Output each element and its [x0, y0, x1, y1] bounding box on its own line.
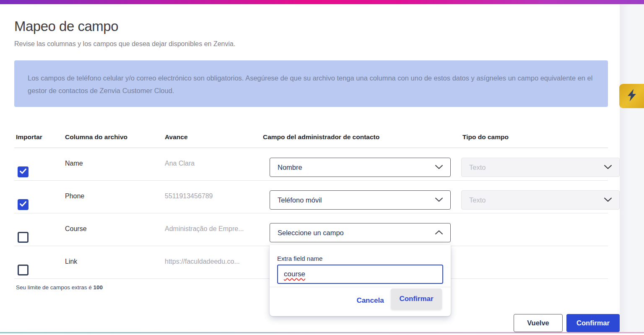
back-button[interactable]: Vuelve	[514, 314, 563, 332]
limit-note-text: Seu limite de campos extras é	[16, 284, 93, 291]
chevron-down-icon	[435, 196, 443, 204]
confirm-button[interactable]: Confirmar	[566, 314, 620, 332]
file-column-name: Course	[65, 225, 87, 233]
selected-field-label: Nombre	[278, 164, 435, 171]
bottom-gradient-line	[0, 332, 644, 333]
chevron-down-icon	[604, 196, 612, 204]
file-column-name: Link	[65, 258, 77, 265]
popup-divider	[270, 287, 451, 287]
popup-cancel-button[interactable]: Cancela	[347, 293, 393, 308]
info-banner-text: Los campos de teléfono celular y/o corre…	[28, 72, 595, 97]
extra-field-name-input[interactable]: course	[277, 265, 443, 284]
top-gradient-bar	[0, 0, 644, 4]
page-subtitle: Revise las columnas y los campos que des…	[14, 40, 235, 48]
contact-field-select-course[interactable]: Seleccione un campo	[270, 223, 451, 242]
header-avance: Avance	[165, 133, 188, 141]
selected-field-label: Teléfono móvil	[278, 196, 435, 204]
preview-value: https://faculdadeedu.co...	[165, 258, 240, 265]
preview-value: Administração de Empre...	[165, 225, 244, 233]
page-title: Mapeo de campo	[14, 18, 118, 34]
info-banner: Los campos de teléfono celular y/o corre…	[14, 60, 608, 107]
popup-confirm-button[interactable]: Confirmar	[391, 288, 442, 309]
file-column-name: Name	[65, 160, 83, 167]
extra-field-popup: Extra field name course Cancela Confirma…	[270, 245, 451, 316]
import-checkbox-link[interactable]	[18, 265, 29, 275]
checkmark-icon	[20, 201, 26, 208]
lightning-bolt-icon	[626, 88, 638, 104]
field-type-select-name[interactable]: Texto	[461, 158, 620, 177]
file-column-name: Phone	[65, 192, 84, 200]
header-columna: Columna do archivo	[65, 133, 127, 141]
chevron-up-icon	[435, 229, 443, 236]
header-tipo: Tipo do campo	[462, 133, 509, 141]
import-checkbox-course[interactable]	[18, 232, 29, 243]
selected-field-label: Seleccione un campo	[278, 229, 435, 237]
import-checkbox-name[interactable]	[18, 166, 29, 177]
contact-field-select-name[interactable]: Nombre	[270, 158, 451, 177]
preview-value: Ana Clara	[165, 160, 195, 167]
quick-actions-tab[interactable]	[619, 84, 644, 108]
limit-note-value: 100	[93, 284, 103, 291]
header-campo: Campo del administrador de contacto	[263, 133, 379, 141]
extra-field-input-value: course	[284, 270, 305, 278]
field-mapping-page: Mapeo de campo Revise las columnas y los…	[0, 0, 644, 335]
selected-type-label: Texto	[469, 164, 604, 171]
import-checkbox-phone[interactable]	[18, 199, 29, 210]
preview-value: 5511913456789	[165, 192, 213, 200]
table-row: Name Ana Clara Nombre Texto	[14, 148, 608, 181]
selected-type-label: Texto	[469, 196, 604, 204]
chevron-down-icon	[604, 164, 612, 171]
chevron-down-icon	[435, 164, 443, 171]
contact-field-select-phone[interactable]: Teléfono móvil	[270, 190, 451, 210]
table-row: Phone 5511913456789 Teléfono móvil Texto	[14, 181, 608, 213]
extra-field-name-label: Extra field name	[277, 255, 322, 262]
right-background-strip	[620, 4, 644, 333]
checkmark-icon	[20, 168, 26, 176]
extra-fields-limit-note: Seu limite de campos extras é 100	[16, 284, 103, 291]
header-importar: Importar	[16, 133, 42, 141]
table-row: Course Administração de Empre... Selecci…	[14, 213, 608, 246]
field-type-select-phone[interactable]: Texto	[461, 190, 620, 210]
